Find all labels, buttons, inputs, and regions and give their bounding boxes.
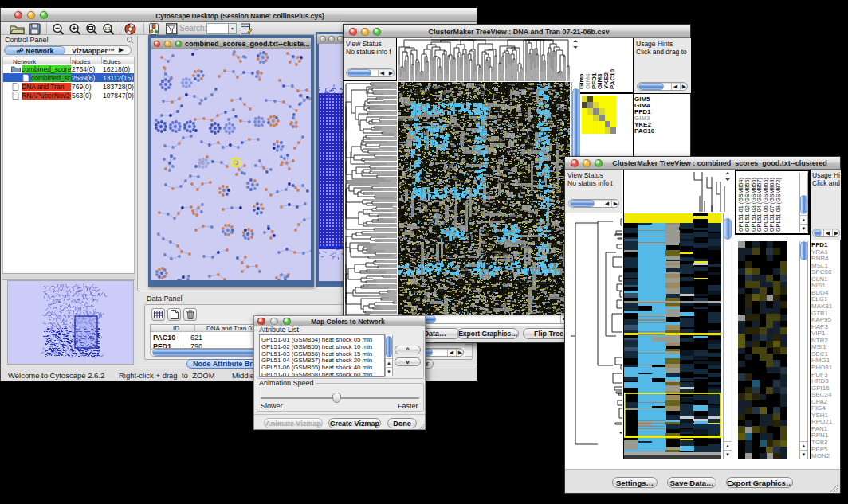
svg-text:1:1: 1:1 [104, 26, 111, 31]
svg-text:PAC10: PAC10 [609, 68, 616, 89]
svg-text:GPL51-08 (GSM872): GPL51-08 (GSM872) [775, 178, 782, 232]
